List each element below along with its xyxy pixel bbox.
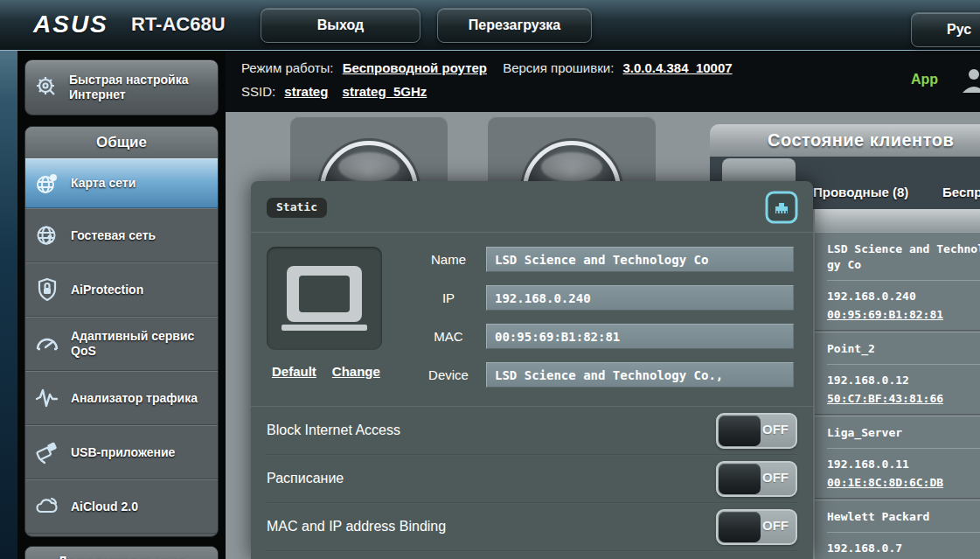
laptop-icon — [267, 247, 382, 350]
client-ip: 192.168.0.7 — [827, 542, 980, 555]
ssid-link-1[interactable]: strateg — [284, 84, 328, 99]
block-internet-label: Block Internet Access — [267, 423, 400, 438]
ssid-label: SSID: — [241, 84, 275, 99]
laptop-screen — [299, 276, 350, 312]
form-row-name: Name — [411, 247, 797, 272]
mac-label: MAC — [411, 329, 486, 344]
divider — [827, 280, 980, 281]
sidebar-item-aiprotection[interactable]: AiProtection — [25, 262, 218, 317]
sidebar-item-aicloud[interactable]: AiCloud 2.0 — [25, 479, 218, 534]
firmware-version-link[interactable]: 3.0.0.4.384_10007 — [622, 60, 732, 75]
ip-input[interactable] — [486, 285, 794, 311]
icon-links: DefaultChange — [267, 364, 411, 379]
client-list-item[interactable]: Liga_Server 192.168.0.11 00:1E:8C:8D:6C:… — [815, 416, 980, 500]
default-link[interactable]: Default — [272, 364, 316, 379]
client-mac-link[interactable]: 00:95:69:B1:82:81 — [827, 308, 980, 321]
network-map-icon — [34, 171, 60, 197]
popup-body: DefaultChange Name IP MAC Device — [251, 233, 813, 406]
language-button[interactable]: Рус — [911, 12, 980, 47]
sidebar-item-guest-network[interactable]: Гостевая сеть — [25, 208, 218, 262]
client-list: LSD Science and Technology Co 192.168.0.… — [815, 232, 980, 559]
schedule-toggle[interactable]: OFF — [716, 461, 797, 497]
sidebar-section-advanced: Дополнительные — [24, 546, 219, 559]
gauge-icon — [34, 331, 60, 357]
waveform-icon — [34, 385, 60, 411]
quick-setup-button[interactable]: Быстрая настройка Интернет — [24, 59, 219, 115]
ssid-link-2[interactable]: strateg_5GHz — [343, 84, 427, 99]
change-link[interactable]: Change — [332, 364, 380, 379]
sidebar-item-label: Анализатор трафика — [71, 391, 198, 406]
toggle-knob — [719, 416, 761, 446]
client-list-item[interactable]: Point_2 192.168.0.12 50:C7:BF:43:81:66 — [815, 332, 980, 416]
router-model: RT-AC68U — [131, 13, 226, 36]
client-list-header-strip — [815, 209, 980, 232]
sidebar-item-adaptive-qos[interactable]: Адаптивный сервис QoS — [25, 317, 218, 371]
usb-icon — [34, 439, 60, 465]
sidebar-item-label: Адаптивный сервис QoS — [71, 329, 209, 359]
form-row-device: Device — [411, 362, 797, 388]
mac-input[interactable] — [486, 324, 794, 349]
toggle-row-block-internet: Block Internet Access OFF — [267, 407, 797, 455]
toggle-knob — [719, 512, 761, 542]
quick-setup-label: Быстрая настройка Интернет — [69, 73, 209, 102]
name-label: Name — [411, 252, 486, 267]
toggle-knob — [719, 464, 761, 494]
sidebar-section-general: Общие Карта сети Гостевая сеть — [24, 126, 219, 537]
header-info-strip: Режим работы: Беспроводной роутер Версия… — [226, 51, 980, 112]
client-name: Hewlett Packard — [827, 509, 980, 525]
toggle-row-mac-ip-binding: MAC and IP address Binding OFF — [267, 503, 797, 551]
mode-label: Режим работы: — [241, 60, 334, 75]
topbar: ASUS RT-AC68U Выход Перезагрузка Рус — [0, 0, 980, 51]
section-title-general: Общие — [25, 127, 218, 158]
schedule-label: Расписание — [267, 471, 344, 486]
asus-logo: ASUS — [33, 10, 108, 38]
client-ip: 192.168.0.11 — [827, 458, 980, 471]
header-line-1: Режим работы: Беспроводной роутер Версия… — [241, 60, 738, 75]
sidebar-item-label: AiProtection — [71, 283, 143, 297]
ip-label: IP — [411, 290, 486, 305]
toggle-state: OFF — [762, 470, 789, 485]
client-ip: 192.168.0.12 — [827, 374, 980, 387]
divider — [827, 448, 980, 449]
mac-ip-binding-label: MAC and IP address Binding — [267, 519, 446, 535]
person-icon[interactable] — [959, 65, 980, 94]
sidebar-item-traffic-analyzer[interactable]: Анализатор трафика — [25, 371, 218, 425]
device-input[interactable] — [486, 362, 794, 388]
sidebar-item-usb-application[interactable]: USB-приложение — [25, 425, 218, 479]
reboot-button[interactable]: Перезагрузка — [437, 8, 592, 43]
gear-wrench-icon — [34, 74, 60, 101]
form-row-mac: MAC — [411, 324, 797, 349]
name-input[interactable] — [486, 247, 794, 272]
sidebar-item-label: USB-приложение — [71, 445, 175, 460]
client-status-title: Состояние клиентов — [710, 124, 980, 157]
section-title-advanced: Дополнительные — [25, 547, 218, 559]
client-list-item[interactable]: Hewlett Packard 192.168.0.7 — [815, 500, 980, 559]
logout-button[interactable]: Выход — [261, 8, 420, 43]
header-line-2: SSID: strateg strateg_5GHz — [241, 84, 432, 99]
firmware-label: Версия прошивки: — [503, 60, 614, 75]
laptop-base — [281, 325, 367, 331]
sidebar-item-label: AiCloud 2.0 — [71, 500, 138, 514]
ethernet-icon[interactable] — [764, 190, 799, 225]
tab-wireless[interactable]: Беспроводные — [942, 185, 980, 199]
app-label[interactable]: App — [911, 72, 938, 87]
client-mac-link[interactable]: 00:1E:8C:8D:6C:DB — [827, 476, 980, 489]
mac-ip-binding-toggle[interactable]: OFF — [716, 509, 797, 545]
sidebar-item-label: Гостевая сеть — [71, 228, 156, 243]
laptop-screen-frame — [287, 266, 362, 322]
tab-wired[interactable]: Проводные (8) — [813, 185, 908, 199]
client-name: Liga_Server — [827, 425, 980, 441]
device-icon-column: DefaultChange — [267, 247, 411, 401]
block-internet-toggle[interactable]: OFF — [716, 413, 797, 449]
client-detail-popup: Static DefaultChange Name — [251, 181, 813, 559]
client-list-item[interactable]: LSD Science and Technology Co 192.168.0.… — [815, 232, 980, 332]
toggle-row-schedule: Расписание OFF — [267, 455, 797, 503]
client-mac-link[interactable]: 50:C7:BF:43:81:66 — [827, 392, 980, 405]
sidebar: Быстрая настройка Интернет Общие Карта с… — [17, 51, 226, 559]
shield-lock-icon — [34, 276, 60, 303]
client-form: Name IP MAC Device — [411, 247, 797, 401]
divider — [827, 364, 980, 365]
sidebar-item-network-map[interactable]: Карта сети — [25, 158, 218, 208]
operation-mode-link[interactable]: Беспроводной роутер — [343, 60, 487, 75]
client-ip: 192.168.0.240 — [827, 290, 980, 303]
